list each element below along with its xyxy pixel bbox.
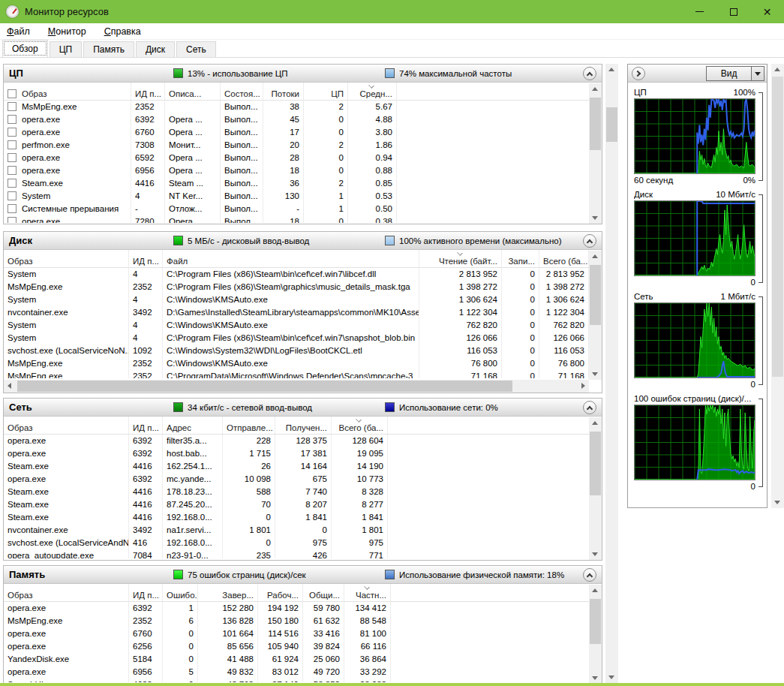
table-row[interactable]: System4NT Ker...Выпол...13010.53 [4, 190, 602, 203]
cpu-table-scrollbar[interactable] [589, 83, 602, 224]
table-row[interactable]: opera.exe6956Opera ...Выпол...1800.88 [4, 164, 602, 177]
table-row[interactable]: System4C:\Program Files (x86)\Steam\bin\… [4, 268, 602, 281]
row-checkbox[interactable] [8, 140, 17, 149]
column-header[interactable]: Частн... [344, 584, 391, 601]
column-header[interactable]: ИД п... [129, 417, 163, 434]
table-row[interactable]: System4C:\Program Files (x86)\Steam\bin\… [4, 332, 602, 345]
scroll-up-button[interactable] [589, 83, 602, 96]
disk-table-scrollbar[interactable] [589, 251, 602, 380]
disk-horizontal-scrollbar[interactable] [4, 380, 589, 393]
column-header[interactable]: Отправле... [223, 417, 275, 434]
table-row[interactable]: MsMpEng.exe2352C:\ProgramData\Microsoft\… [4, 370, 602, 378]
column-header[interactable]: Описа... [165, 83, 221, 100]
menu-file[interactable]: Файл [7, 26, 30, 37]
column-header[interactable]: Ошибо... [163, 584, 198, 601]
column-header[interactable]: Всего (ба... [539, 250, 589, 267]
table-row[interactable]: System4C:\Windows\KMSAuto.exe762 8200762… [4, 319, 602, 332]
column-header[interactable]: Файл [163, 250, 419, 267]
scrollbar-thumb[interactable] [772, 77, 783, 377]
scroll-up-button[interactable] [605, 64, 618, 77]
column-header[interactable]: Образ [4, 250, 129, 267]
menu-help[interactable]: Справка [104, 26, 141, 37]
memory-table-scrollbar[interactable] [589, 585, 602, 684]
maximize-button[interactable] [716, 0, 750, 23]
column-header[interactable]: ЦП [304, 83, 348, 100]
table-row[interactable]: opera.exe6392host.bab...1 71517 38119 09… [4, 447, 602, 460]
column-header[interactable]: ИД п... [131, 83, 165, 100]
close-button[interactable]: ✕ [750, 0, 784, 23]
row-checkbox[interactable] [8, 204, 17, 213]
column-header[interactable]: ИД п... [129, 250, 163, 267]
scroll-down-button[interactable] [589, 211, 602, 224]
table-row[interactable]: MsMpEng.exe2352Выпол...3825.67 [4, 101, 602, 113]
tab-memory[interactable]: Память [83, 41, 134, 57]
table-row[interactable]: opera_autoupdate.exe7084n23-91-0...23542… [4, 549, 602, 558]
table-row[interactable]: opera.exe6956549 83283 01249 72033 292 [4, 666, 602, 678]
scroll-down-button[interactable] [605, 670, 618, 683]
column-header[interactable]: Общи... [303, 584, 344, 601]
row-checkbox[interactable] [8, 191, 17, 200]
table-row[interactable]: System4C:\Windows\KMSAuto.exe1 306 62401… [4, 293, 602, 306]
column-header[interactable]: Образ [4, 417, 129, 434]
scroll-down-button[interactable] [771, 495, 784, 508]
table-row[interactable]: opera.exe63921152 280194 19259 780134 41… [4, 602, 602, 615]
cpu-collapse-button[interactable] [583, 67, 596, 80]
table-row[interactable]: SearchUI.exe4088048 76887 14053 85223 28… [4, 678, 602, 682]
minimize-button[interactable] [683, 0, 716, 23]
column-header[interactable]: Чтение (байт... [419, 250, 502, 267]
row-checkbox[interactable] [8, 166, 17, 175]
menu-monitor[interactable]: Монитор [48, 26, 86, 37]
network-table-scrollbar[interactable] [589, 417, 602, 560]
table-row[interactable]: Steam.exe4416162.254.1...2614 16414 190 [4, 460, 602, 473]
table-row[interactable]: opera.exe6592Opera ...Выпол...2800.94 [4, 152, 602, 164]
table-row[interactable]: nvcontainer.exe3492D:\Games\Installed\St… [4, 306, 602, 319]
scrollbar-thumb[interactable] [606, 107, 617, 142]
table-row[interactable]: Steam.exe4416178.18.23...5887 7408 328 [4, 486, 602, 498]
row-checkbox[interactable] [8, 217, 17, 223]
table-row[interactable]: opera.exe6760Opera ...Выпол...1703.80 [4, 126, 602, 139]
table-row[interactable]: svchost.exe (LocalServiceNoN...1092C:\Wi… [4, 345, 602, 357]
scroll-up-button[interactable] [589, 585, 602, 597]
table-row[interactable]: opera.exe6392filter35.a...228128 375128 … [4, 435, 602, 447]
column-header[interactable]: Образ [4, 584, 129, 601]
main-scrollbar[interactable] [605, 64, 618, 683]
disk-collapse-button[interactable] [583, 234, 596, 248]
expand-panel-button[interactable] [632, 67, 645, 80]
scrollbar-thumb[interactable] [17, 381, 512, 392]
table-row[interactable]: opera.exe7280Opera ...Выпол...1800.38 [4, 215, 602, 223]
tab-network[interactable]: Сеть [176, 41, 216, 57]
scroll-up-button[interactable] [589, 417, 602, 430]
scroll-down-button[interactable] [589, 547, 602, 560]
table-row[interactable]: Steam.exe4416192.168.0...01 8411 841 [4, 511, 602, 524]
view-button-label[interactable]: Вид [707, 67, 751, 80]
scroll-up-button[interactable] [589, 251, 602, 263]
scroll-down-button[interactable] [589, 367, 602, 380]
column-header[interactable]: Рабоч... [258, 584, 303, 601]
column-header[interactable]: Состоя... [221, 83, 263, 100]
network-collapse-button[interactable] [583, 401, 596, 414]
table-row[interactable]: Steam.exe4416Steam ...Выпол...3620.85 [4, 177, 602, 190]
row-checkbox[interactable] [8, 179, 17, 188]
select-all-checkbox[interactable] [8, 89, 17, 98]
table-row[interactable]: nvcontainer.exe3492na1r.servi...1 80101 … [4, 524, 602, 537]
triangle-right-icon[interactable] [581, 383, 585, 389]
memory-collapse-button[interactable] [583, 568, 596, 582]
column-header[interactable]: Потоки [263, 83, 304, 100]
panel-scrollbar[interactable] [771, 64, 784, 508]
column-header[interactable]: Образ [4, 83, 131, 100]
table-row[interactable]: svchost.exe (LocalServiceAndNo...416192.… [4, 537, 602, 549]
row-checkbox[interactable] [8, 115, 17, 124]
table-row[interactable]: perfmon.exe7308Монит...Выпол...2021.86 [4, 139, 602, 152]
table-row[interactable]: Системные прерывания-Отлож...Выпол...-10… [4, 203, 602, 215]
scrollbar-thumb[interactable] [590, 265, 601, 325]
table-row[interactable]: opera.exe6392Opera ...Выпол...4504.88 [4, 113, 602, 126]
table-row[interactable]: YandexDisk.exe5184041 48861 92425 06036 … [4, 653, 602, 666]
view-button[interactable]: Вид [706, 66, 764, 81]
scroll-down-button[interactable] [589, 671, 602, 684]
view-dropdown-button[interactable] [751, 67, 764, 80]
row-checkbox[interactable] [8, 128, 17, 137]
triangle-left-icon[interactable] [8, 383, 11, 389]
tab-disk[interactable]: Диск [136, 41, 175, 57]
row-checkbox[interactable] [8, 102, 17, 111]
column-header[interactable]: Средн... [348, 83, 397, 100]
